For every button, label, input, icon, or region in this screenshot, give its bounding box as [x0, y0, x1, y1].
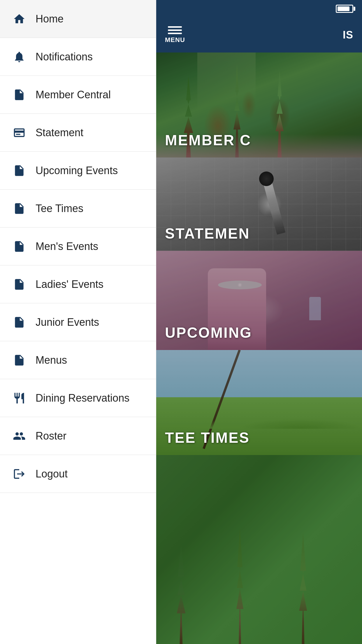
- sidebar-item-logout-label: Logout: [36, 468, 68, 480]
- sidebar-item-ladies-events-label: Ladies' Events: [36, 278, 103, 290]
- sidebar-item-mens-events-label: Men's Events: [36, 240, 98, 253]
- panel-mens-events-bg: [156, 455, 362, 644]
- sidebar-item-member-central-label: Member Central: [36, 89, 111, 101]
- sidebar-item-menus-label: Menus: [36, 354, 67, 366]
- document-icon-tee: [12, 201, 27, 216]
- document-icon-mens: [12, 239, 27, 254]
- battery-fill: [338, 6, 349, 11]
- sidebar-item-notifications-label: Notifications: [36, 51, 93, 63]
- status-bar: [156, 0, 362, 18]
- content-panels: MENU IS MEMBER C STATEMEN: [156, 0, 362, 644]
- document-icon-ladies: [12, 277, 27, 292]
- panel-upcoming-label: UPCOMING: [165, 324, 252, 341]
- bell-icon: [12, 49, 27, 64]
- sidebar: Home Notifications Member Central Statem…: [0, 0, 156, 644]
- sidebar-item-logout[interactable]: Logout: [0, 455, 156, 493]
- logout-icon: [12, 466, 27, 482]
- document-icon-member: [12, 87, 27, 102]
- sidebar-item-dining-label: Dining Reservations: [36, 392, 129, 404]
- document-icon-upcoming: [12, 163, 27, 178]
- panel-upcoming[interactable]: UPCOMING: [156, 251, 362, 350]
- panel-member-central[interactable]: MEMBER C: [156, 52, 362, 158]
- sidebar-item-roster-label: Roster: [36, 430, 66, 442]
- sidebar-item-roster[interactable]: Roster: [0, 417, 156, 455]
- sidebar-item-upcoming-events-label: Upcoming Events: [36, 164, 118, 177]
- panel-statement[interactable]: STATEMEN: [156, 158, 362, 251]
- sidebar-item-junior-events[interactable]: Junior Events: [0, 303, 156, 341]
- sidebar-item-statement[interactable]: Statement: [0, 114, 156, 152]
- header-bar: MENU IS: [156, 18, 362, 52]
- sidebar-item-tee-times-label: Tee Times: [36, 202, 83, 215]
- sidebar-item-ladies-events[interactable]: Ladies' Events: [0, 265, 156, 303]
- sidebar-item-home[interactable]: Home: [0, 0, 156, 38]
- menu-button[interactable]: MENU: [165, 26, 185, 44]
- home-icon: [12, 11, 27, 27]
- dining-icon: [12, 391, 27, 406]
- sidebar-item-notifications[interactable]: Notifications: [0, 38, 156, 76]
- panel-member-central-label: MEMBER C: [165, 132, 251, 149]
- sidebar-item-member-central[interactable]: Member Central: [0, 76, 156, 114]
- document-icon-menus: [12, 353, 27, 368]
- sidebar-item-statement-label: Statement: [36, 127, 83, 139]
- battery-icon: [336, 5, 353, 13]
- hamburger-icon: [168, 26, 182, 34]
- roster-icon: [12, 428, 27, 444]
- sidebar-item-menus[interactable]: Menus: [0, 341, 156, 379]
- sidebar-item-dining-reservations[interactable]: Dining Reservations: [0, 379, 156, 417]
- panel-tee-times[interactable]: TEE TIMES: [156, 350, 362, 455]
- header-title: IS: [343, 29, 353, 41]
- sidebar-item-mens-events[interactable]: Men's Events: [0, 228, 156, 265]
- menu-label: MENU: [165, 36, 185, 44]
- sidebar-item-upcoming-events[interactable]: Upcoming Events: [0, 152, 156, 190]
- statement-icon: [12, 125, 27, 140]
- panel-tee-times-label: TEE TIMES: [165, 429, 250, 446]
- sidebar-item-tee-times[interactable]: Tee Times: [0, 190, 156, 228]
- panel-statement-label: STATEMEN: [165, 225, 250, 242]
- panel-mens-events[interactable]: [156, 455, 362, 644]
- sidebar-item-home-label: Home: [36, 13, 64, 25]
- sidebar-item-junior-events-label: Junior Events: [36, 316, 99, 328]
- document-icon-junior: [12, 315, 27, 330]
